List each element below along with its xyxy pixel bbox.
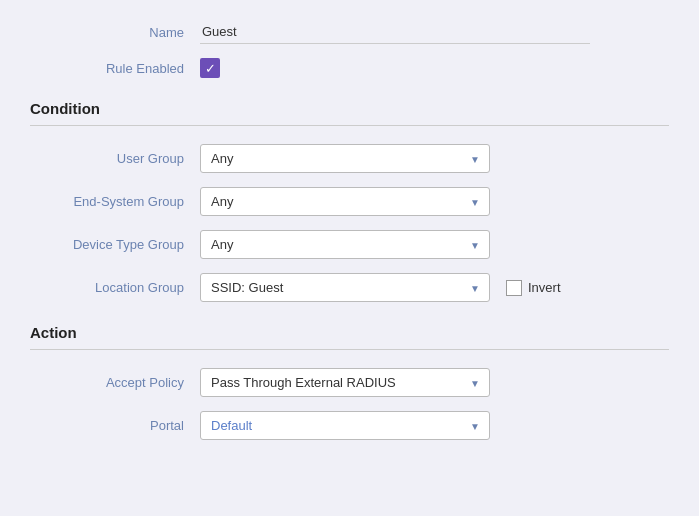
invert-label: Invert xyxy=(528,280,561,295)
portal-select-wrapper: Default Portal1 Portal2 xyxy=(200,411,490,440)
condition-section-header: Condition xyxy=(30,92,669,126)
end-system-group-label: End-System Group xyxy=(30,194,200,209)
device-type-group-select[interactable]: Any Type1 Type2 xyxy=(200,230,490,259)
location-group-label: Location Group xyxy=(30,280,200,295)
user-group-select[interactable]: Any Group1 Group2 xyxy=(200,144,490,173)
portal-select[interactable]: Default Portal1 Portal2 xyxy=(200,411,490,440)
device-type-group-label: Device Type Group xyxy=(30,237,200,252)
accept-policy-select[interactable]: Pass Through External RADIUS Option1 Opt… xyxy=(200,368,490,397)
accept-policy-select-wrapper: Pass Through External RADIUS Option1 Opt… xyxy=(200,368,490,397)
location-group-select-wrapper: SSID: Guest Any Location1 xyxy=(200,273,490,302)
action-section-header: Action xyxy=(30,316,669,350)
end-system-group-select[interactable]: Any Group1 Group2 xyxy=(200,187,490,216)
location-group-select[interactable]: SSID: Guest Any Location1 xyxy=(200,273,490,302)
device-type-group-select-wrapper: Any Type1 Type2 xyxy=(200,230,490,259)
invert-checkbox[interactable] xyxy=(506,280,522,296)
checkmark-icon: ✓ xyxy=(205,62,216,75)
name-input[interactable] xyxy=(200,20,590,44)
end-system-group-select-wrapper: Any Group1 Group2 xyxy=(200,187,490,216)
name-label: Name xyxy=(30,25,200,40)
user-group-label: User Group xyxy=(30,151,200,166)
user-group-select-wrapper: Any Group1 Group2 xyxy=(200,144,490,173)
portal-label: Portal xyxy=(30,418,200,433)
rule-enabled-label: Rule Enabled xyxy=(30,61,200,76)
accept-policy-label: Accept Policy xyxy=(30,375,200,390)
rule-enabled-checkbox[interactable]: ✓ xyxy=(200,58,220,78)
